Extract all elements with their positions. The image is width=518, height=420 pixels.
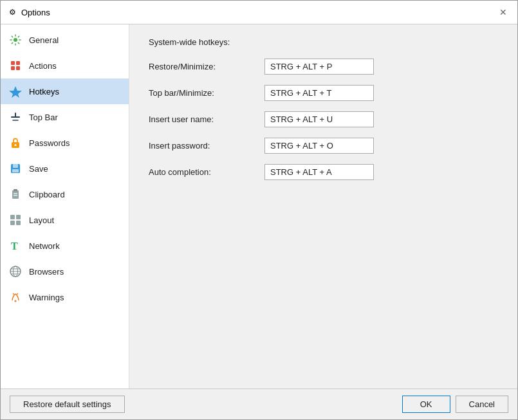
svg-rect-3	[11, 66, 15, 70]
sidebar-item-network[interactable]: T Network	[1, 233, 129, 259]
svg-rect-13	[12, 169, 19, 172]
dialog-body: General Actions Hotkeys Top Bar Password…	[1, 24, 517, 388]
dialog-icon: ⚙	[7, 7, 17, 17]
sidebar-item-save[interactable]: Save	[1, 156, 129, 181]
sidebar-label-topbar: Top Bar	[29, 113, 58, 122]
hotkey-input-2[interactable]	[264, 111, 374, 127]
svg-rect-2	[16, 61, 20, 65]
sidebar-item-passwords[interactable]: Passwords	[1, 130, 129, 156]
sidebar: General Actions Hotkeys Top Bar Password…	[1, 24, 129, 388]
sidebar-label-passwords: Passwords	[29, 138, 70, 148]
svg-point-0	[14, 38, 17, 42]
title-bar: ⚙ Options ✕	[1, 1, 517, 24]
hotkey-input-4[interactable]	[264, 164, 374, 180]
svg-text:T: T	[11, 241, 18, 251]
network-icon: T	[8, 239, 23, 253]
topbar-icon	[8, 110, 23, 124]
svg-rect-15	[14, 189, 17, 191]
save-icon	[8, 161, 23, 176]
hotkey-label-4: Auto completion:	[149, 167, 264, 177]
svg-line-29	[13, 293, 14, 295]
hotkey-label-0: Restore/Minimize:	[149, 62, 264, 71]
sidebar-label-hotkeys: Hotkeys	[29, 87, 59, 96]
sidebar-label-clipboard: Clipboard	[29, 190, 65, 199]
sidebar-label-network: Network	[29, 241, 60, 251]
sidebar-item-hotkeys[interactable]: Hotkeys	[1, 78, 129, 104]
sidebar-label-actions: Actions	[29, 61, 57, 71]
svg-rect-4	[16, 66, 20, 70]
svg-marker-5	[9, 86, 22, 98]
title-bar-left: ⚙ Options	[7, 7, 50, 17]
hotkey-label-3: Insert password:	[149, 141, 264, 151]
sidebar-label-warnings: Warnings	[29, 293, 64, 302]
clipboard-icon	[8, 187, 23, 201]
hotkey-row: Insert user name:	[149, 111, 498, 127]
hotkey-row: Insert password:	[149, 138, 498, 154]
svg-point-10	[15, 144, 17, 146]
dialog-title: Options	[21, 8, 50, 17]
sidebar-item-topbar[interactable]: Top Bar	[1, 104, 129, 130]
close-button[interactable]: ✕	[495, 5, 511, 20]
svg-point-28	[15, 300, 17, 302]
browsers-icon	[8, 264, 23, 278]
hotkey-input-1[interactable]	[264, 85, 374, 101]
general-icon	[8, 33, 23, 47]
sidebar-item-clipboard[interactable]: Clipboard	[1, 181, 129, 207]
sidebar-item-layout[interactable]: Layout	[1, 207, 129, 233]
dialog-footer: Restore default settings OK Cancel	[1, 388, 517, 419]
svg-rect-12	[13, 164, 18, 168]
hotkey-row: Auto completion:	[149, 164, 498, 180]
hotkey-row: Restore/Minimize:	[149, 59, 498, 75]
ok-button[interactable]: OK	[402, 396, 450, 413]
svg-rect-20	[10, 221, 15, 225]
cancel-button[interactable]: Cancel	[456, 396, 508, 413]
footer-left: Restore default settings	[10, 396, 125, 413]
sidebar-item-actions[interactable]: Actions	[1, 53, 129, 78]
restore-defaults-button[interactable]: Restore default settings	[10, 396, 125, 413]
main-content: System-wide hotkeys: Restore/Minimize:To…	[129, 24, 517, 388]
hotkey-input-0[interactable]	[264, 59, 374, 75]
svg-line-30	[17, 293, 18, 295]
hotkey-label-2: Insert user name:	[149, 114, 264, 124]
sidebar-label-layout: Layout	[29, 215, 54, 225]
sidebar-item-general[interactable]: General	[1, 27, 129, 53]
warnings-icon	[8, 290, 23, 304]
layout-icon	[8, 213, 23, 227]
actions-icon	[8, 59, 23, 73]
svg-rect-19	[16, 215, 21, 219]
sidebar-label-save: Save	[29, 164, 48, 174]
hotkey-input-3[interactable]	[264, 138, 374, 154]
hotkey-label-1: Top bar/Minimize:	[149, 88, 264, 98]
section-title: System-wide hotkeys:	[149, 37, 498, 47]
sidebar-label-general: General	[29, 35, 59, 45]
svg-rect-14	[12, 190, 19, 199]
svg-rect-18	[10, 215, 15, 219]
footer-right: OK Cancel	[402, 396, 508, 413]
hotkey-row: Top bar/Minimize:	[149, 85, 498, 101]
sidebar-item-warnings[interactable]: Warnings	[1, 284, 129, 310]
sidebar-item-browsers[interactable]: Browsers	[1, 259, 129, 284]
svg-rect-21	[16, 221, 21, 225]
options-dialog: ⚙ Options ✕ General Actions Hotkeys Top	[0, 0, 518, 420]
hotkeys-icon	[8, 84, 23, 98]
passwords-icon	[8, 136, 23, 150]
sidebar-label-browsers: Browsers	[29, 267, 64, 277]
svg-rect-1	[11, 61, 15, 65]
